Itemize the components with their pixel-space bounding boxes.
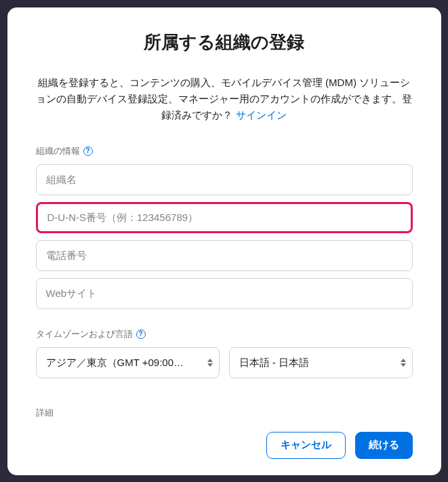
signin-link[interactable]: サインイン [236,109,287,121]
modal-footer: キャンセル 続ける [36,419,413,459]
phone-number-input[interactable] [36,240,413,271]
duns-number-input[interactable] [36,202,413,233]
timezone-select-wrapper: アジア／東京（GMT +09:00… [36,347,220,378]
details-label-text: 詳細 [36,407,54,419]
org-info-label: 組織の情報 ? [36,145,413,157]
modal-description: 組織を登録すると、コンテンツの購入、モバイルデバイス管理 (MDM) ソリューシ… [36,75,413,123]
timezone-label-text: タイムゾーンおよび言語 [36,328,133,340]
org-info-label-text: 組織の情報 [36,145,80,157]
org-name-input[interactable] [36,164,413,195]
website-input[interactable] [36,278,413,309]
modal-title: 所属する組織の登録 [36,31,413,54]
cancel-button[interactable]: キャンセル [266,432,346,459]
continue-button[interactable]: 続ける [355,432,413,459]
timezone-language-row: アジア／東京（GMT +09:00… 日本語 - 日本語 [36,347,413,378]
timezone-label: タイムゾーンおよび言語 ? [36,328,413,340]
details-label: 詳細 [36,407,413,419]
form-area: 組織の情報 ? タイムゾーンおよび言語 ? アジア／東京（GMT +09:00… [36,145,413,419]
help-icon[interactable]: ? [83,146,93,156]
enrollment-modal: 所属する組織の登録 組織を登録すると、コンテンツの購入、モバイルデバイス管理 (… [7,7,441,475]
language-select-wrapper: 日本語 - 日本語 [229,347,413,378]
timezone-select[interactable]: アジア／東京（GMT +09:00… [36,347,220,378]
help-icon[interactable]: ? [136,329,146,339]
language-select[interactable]: 日本語 - 日本語 [229,347,413,378]
description-text: 組織を登録すると、コンテンツの購入、モバイルデバイス管理 (MDM) ソリューシ… [36,77,412,121]
